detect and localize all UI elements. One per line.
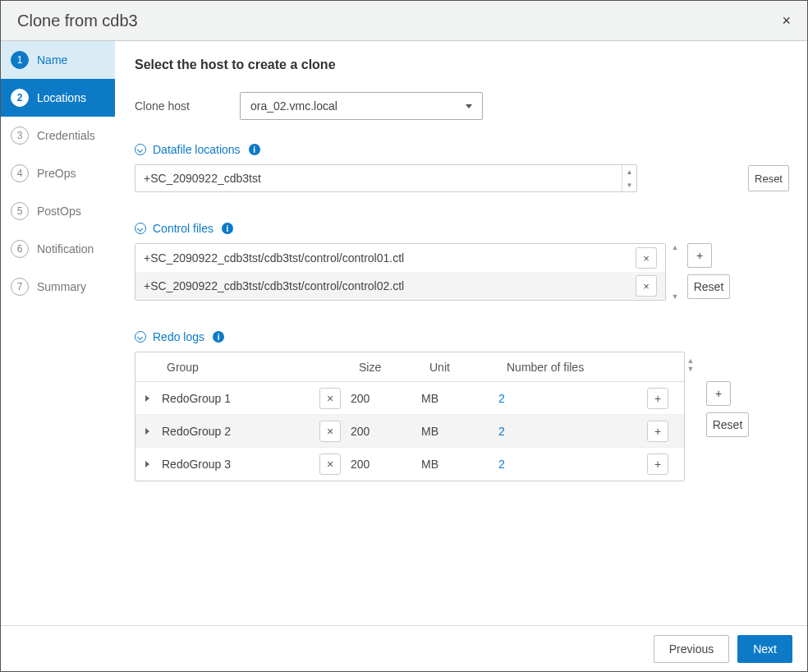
sidebar-step-summary[interactable]: 7 Summary <box>1 268 115 306</box>
expand-icon[interactable] <box>145 395 149 402</box>
expand-icon[interactable] <box>145 428 149 435</box>
collapse-icon[interactable] <box>135 144 146 155</box>
redo-group-name: RedoGroup 2 <box>158 425 310 438</box>
scrollbar[interactable]: ▲ ▼ <box>685 352 696 378</box>
add-icon[interactable]: + <box>647 421 668 442</box>
next-button[interactable]: Next <box>737 635 792 663</box>
wizard-sidebar: 1 Name 2 Locations 3 Credentials 4 PreOp… <box>1 41 115 625</box>
list-item: +SC_2090922_cdb3tst/cdb3tst/control/cont… <box>135 272 665 300</box>
main-panel: Select the host to create a clone Clone … <box>115 41 807 625</box>
step-label: Locations <box>37 91 86 104</box>
arrow-up-icon[interactable]: ▲ <box>669 243 681 251</box>
dialog-body: 1 Name 2 Locations 3 Credentials 4 PreOp… <box>1 41 807 625</box>
expand-icon[interactable] <box>145 461 149 467</box>
step-number: 1 <box>11 51 29 69</box>
info-icon[interactable]: i <box>222 223 233 234</box>
step-number: 3 <box>11 127 29 145</box>
redo-num-files[interactable]: 2 <box>498 425 636 438</box>
collapse-icon[interactable] <box>135 331 146 343</box>
chevron-down-icon <box>466 104 472 108</box>
step-label: PreOps <box>37 167 76 180</box>
delete-icon[interactable]: × <box>636 275 657 297</box>
dialog-footer: Previous Next <box>1 625 807 671</box>
clone-host-select[interactable]: ora_02.vmc.local <box>240 92 483 120</box>
spinner-icon[interactable]: ▲ ▼ <box>622 165 636 191</box>
control-file-path[interactable]: +SC_2090922_cdb3tst/cdb3tst/control/cont… <box>144 251 631 265</box>
col-num: Number of files <box>498 352 636 381</box>
datafile-section-header: Datafile locations i <box>135 143 789 156</box>
redo-unit: MB <box>421 425 498 438</box>
previous-button[interactable]: Previous <box>654 635 729 663</box>
redo-group-name: RedoGroup 3 <box>158 458 310 471</box>
redo-table: Group Size Unit Number of files RedoGrou… <box>135 352 685 481</box>
sidebar-step-notification[interactable]: 6 Notification <box>1 230 115 268</box>
page-heading: Select the host to create a clone <box>135 58 789 72</box>
redo-section-header: Redo logs i <box>135 330 789 343</box>
table-header: Group Size Unit Number of files <box>135 352 684 382</box>
step-number: 2 <box>11 89 29 107</box>
control-files-list: +SC_2090922_cdb3tst/cdb3tst/control/cont… <box>135 243 666 301</box>
arrow-down-icon[interactable]: ▼ <box>622 178 636 191</box>
info-icon[interactable]: i <box>249 144 260 155</box>
redo-num-files[interactable]: 2 <box>498 458 636 471</box>
step-label: Summary <box>37 280 86 293</box>
delete-icon[interactable]: × <box>319 388 341 409</box>
sidebar-step-preops[interactable]: 4 PreOps <box>1 154 115 192</box>
arrow-down-icon[interactable]: ▼ <box>669 292 681 301</box>
step-number: 6 <box>11 240 29 258</box>
delete-icon[interactable]: × <box>319 421 341 442</box>
arrow-down-icon[interactable]: ▼ <box>685 365 696 373</box>
datafile-input[interactable]: +SC_2090922_cdb3tst ▲ ▼ <box>135 164 637 192</box>
redo-num-files[interactable]: 2 <box>498 392 636 405</box>
clone-host-row: Clone host ora_02.vmc.local <box>135 92 789 120</box>
redo-side-buttons: + Reset <box>706 381 749 437</box>
redo-size: 200 <box>351 458 421 471</box>
control-title: Control files <box>153 222 213 235</box>
add-control-file-button[interactable]: + <box>687 243 712 268</box>
arrow-up-icon[interactable]: ▲ <box>685 357 696 365</box>
collapse-icon[interactable] <box>135 223 146 234</box>
dialog-header: Clone from cdb3 × <box>1 1 807 41</box>
delete-icon[interactable]: × <box>319 453 341 475</box>
datafile-value: +SC_2090922_cdb3tst <box>144 172 261 185</box>
table-row: RedoGroup 2 × 200 MB 2 + <box>135 415 684 448</box>
redo-unit: MB <box>421 458 498 471</box>
add-icon[interactable]: + <box>647 388 668 409</box>
col-unit: Unit <box>421 352 498 381</box>
arrow-up-icon[interactable]: ▲ <box>622 165 636 178</box>
step-label: Credentials <box>37 129 95 142</box>
datafile-row: +SC_2090922_cdb3tst ▲ ▼ Reset <box>135 164 789 192</box>
close-icon[interactable]: × <box>782 12 791 30</box>
control-section-header: Control files i <box>135 222 789 235</box>
col-size: Size <box>351 352 421 381</box>
add-icon[interactable]: + <box>647 453 668 475</box>
sidebar-step-postops[interactable]: 5 PostOps <box>1 192 115 230</box>
redo-logs-section: Group Size Unit Number of files RedoGrou… <box>135 352 789 481</box>
redo-size: 200 <box>351 392 421 405</box>
step-number: 7 <box>11 278 29 296</box>
clone-host-label: Clone host <box>135 99 240 113</box>
sidebar-step-name[interactable]: 1 Name <box>1 41 115 79</box>
sidebar-step-credentials[interactable]: 3 Credentials <box>1 117 115 154</box>
control-file-path[interactable]: +SC_2090922_cdb3tst/cdb3tst/control/cont… <box>144 279 631 292</box>
step-label: PostOps <box>37 205 81 218</box>
datafile-reset-button[interactable]: Reset <box>748 165 789 191</box>
control-reset-button[interactable]: Reset <box>687 274 730 299</box>
list-item: +SC_2090922_cdb3tst/cdb3tst/control/cont… <box>135 244 665 272</box>
table-row: RedoGroup 1 × 200 MB 2 + <box>135 382 684 415</box>
redo-size: 200 <box>351 425 421 438</box>
sidebar-step-locations[interactable]: 2 Locations <box>1 79 115 117</box>
info-icon[interactable]: i <box>213 331 224 343</box>
clone-host-value: ora_02.vmc.local <box>250 99 337 113</box>
delete-icon[interactable]: × <box>636 247 657 269</box>
redo-unit: MB <box>421 392 498 405</box>
step-number: 4 <box>11 164 29 182</box>
scrollbar[interactable]: ▲ ▼ <box>669 243 681 301</box>
datafile-title: Datafile locations <box>153 143 241 156</box>
step-number: 5 <box>11 202 29 220</box>
add-redo-group-button[interactable]: + <box>706 381 731 406</box>
col-group: Group <box>158 352 310 381</box>
redo-title: Redo logs <box>153 330 204 343</box>
redo-reset-button[interactable]: Reset <box>706 412 749 437</box>
dialog-title: Clone from cdb3 <box>17 12 138 30</box>
